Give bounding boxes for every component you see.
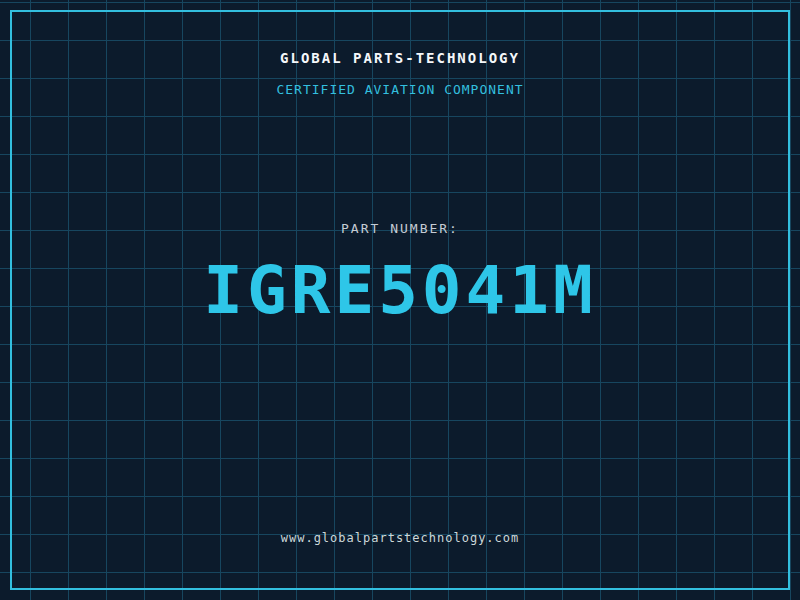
part-number-label: PART NUMBER: [0,221,800,236]
part-number-value: IGRE5041M [0,258,800,324]
company-title: GLOBAL PARTS-TECHNOLOGY [0,50,800,66]
certificate-content: GLOBAL PARTS-TECHNOLOGY CERTIFIED AVIATI… [0,0,800,600]
website-url: www.globalpartstechnology.com [0,531,800,545]
certificate-page: GLOBAL PARTS-TECHNOLOGY CERTIFIED AVIATI… [0,0,800,600]
certification-subtitle: CERTIFIED AVIATION COMPONENT [0,82,800,97]
